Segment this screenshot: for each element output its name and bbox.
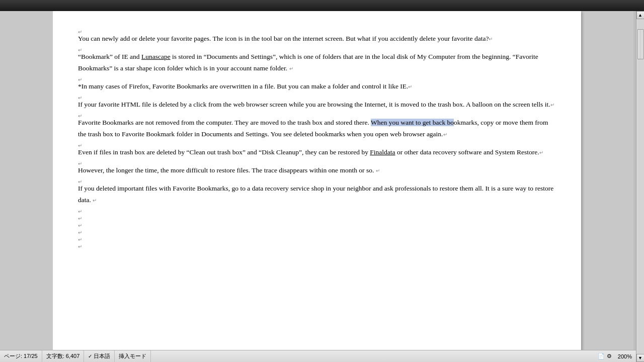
lunascape-link: Lunascape <box>141 53 171 60</box>
zoom-level: 200% <box>618 353 632 359</box>
status-bar: ページ: 17/25 文字数: 6,407 ✓ 日本語 挿入モード 📄 ⚙ 20… <box>0 350 636 362</box>
blank-line-13: ↵ <box>78 234 556 241</box>
paragraph-7: However, the longer the time, the more d… <box>78 165 556 176</box>
document-container: ↵ You can newly add or delete your favor… <box>0 11 633 350</box>
right-scrollbar[interactable]: ▲ ▼ <box>636 11 644 362</box>
top-bar <box>0 0 644 11</box>
blank-line: ↵ <box>78 26 556 33</box>
blank-line-12: ↵ <box>78 227 556 234</box>
page-area: ↵ You can newly add or delete your favor… <box>53 11 631 350</box>
settings-icon: ⚙ <box>607 353 612 359</box>
highlighted-word-what: what <box>357 35 370 42</box>
paragraph-3: *In many cases of Firefox, Favorite Book… <box>78 81 556 92</box>
blank-line-4: ↵ <box>78 92 556 99</box>
left-panel <box>0 11 53 350</box>
blank-line-7: ↵ <box>78 158 556 165</box>
scroll-down-button[interactable]: ▼ <box>636 354 645 362</box>
page-number: ページ: 17/25 <box>0 350 42 362</box>
status-icons: 📄 ⚙ 200% <box>594 350 636 362</box>
paragraph-8: If you deleted important files with Favo… <box>78 183 556 206</box>
insert-mode: 挿入モード <box>115 350 151 362</box>
paragraph-4: If your favorite HTML file is deleted by… <box>78 99 556 110</box>
finaldata-link: Finaldata <box>370 148 395 156</box>
page-content: ↵ You can newly add or delete your favor… <box>78 26 556 248</box>
blank-line-8: ↵ <box>78 176 556 183</box>
scrollbar-thumb[interactable] <box>637 29 643 59</box>
blank-line-10: ↵ <box>78 213 556 220</box>
language-indicator: ✓ 日本語 <box>84 350 115 362</box>
word-count: 文字数: 6,407 <box>42 350 85 362</box>
highlighted-text: When you want to get back bo <box>371 119 454 126</box>
scroll-up-button[interactable]: ▲ <box>636 11 645 19</box>
paragraph-6: Even if files in trash box are deleted b… <box>78 147 556 158</box>
blank-line-5: ↵ <box>78 110 556 117</box>
scrollbar-track[interactable] <box>637 19 644 354</box>
paragraph-2: “Bookmark” of IE and Lunascape is stored… <box>78 51 556 74</box>
document-page: ↵ You can newly add or delete your favor… <box>53 11 581 350</box>
blank-line-3: ↵ <box>78 74 556 81</box>
blank-line-2: ↵ <box>78 44 556 51</box>
paragraph-1: You can newly add or delete your favorit… <box>78 33 556 44</box>
blank-line-11: ↵ <box>78 220 556 227</box>
blank-line-9: ↵ <box>78 206 556 213</box>
paragraph-5: Favorite Bookmarks are not removed from … <box>78 117 556 140</box>
doc-icon: 📄 <box>598 353 605 359</box>
blank-line-14: ↵ <box>78 241 556 248</box>
blank-line-6: ↵ <box>78 140 556 147</box>
